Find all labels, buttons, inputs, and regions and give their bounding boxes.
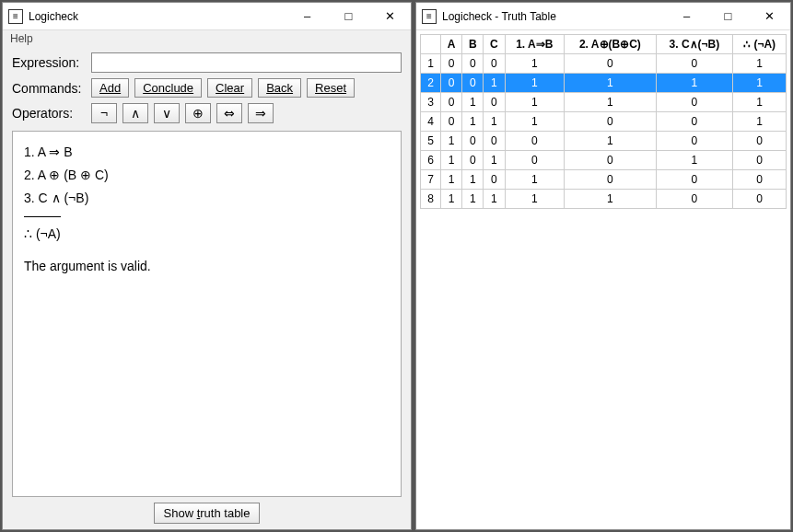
premise-line: 3. C ∧ (¬B) [24,187,390,210]
maximize-button[interactable]: □ [707,3,749,29]
table-row[interactable]: 40111001 [421,112,787,132]
table-cell: 1 [441,190,462,209]
table-cell: 1 [484,74,505,93]
back-button[interactable]: Back [258,78,301,98]
table-header-row: ABC1. A⇒B2. A⊕(B⊕C)3. C∧(¬B)∴ (¬A) [421,35,787,54]
table-cell: 1 [441,170,462,190]
table-row[interactable]: 10001001 [421,54,787,74]
table-header-cell: B [462,35,484,54]
table-cell: 1 [441,151,462,170]
table-cell: 1 [484,151,505,170]
app-icon: ≡ [8,9,23,24]
table-cell: 1 [565,190,657,209]
xor-operator-button[interactable]: ⊕ [185,103,211,123]
premise-line: 2. A ⊕ (B ⊕ C) [24,164,390,187]
row-number-cell: 2 [421,74,441,93]
table-cell: 1 [505,74,565,93]
table-cell: 0 [484,93,505,112]
table-header-cell: C [484,35,505,54]
titlebar: ≡ Logicheck - Truth Table – □ ✕ [416,3,790,30]
expression-input[interactable] [91,52,402,73]
table-row[interactable]: 30101101 [421,93,787,112]
table-cell: 1 [505,54,565,74]
table-cell: 1 [462,112,484,132]
table-cell: 1 [565,74,657,93]
table-cell: 1 [733,112,787,132]
clear-button[interactable]: Clear [207,78,252,98]
operators-label: Operators: [12,106,86,121]
row-number-cell: 3 [421,93,441,112]
minimize-button[interactable]: – [286,3,328,29]
window-title: Logicheck [29,10,286,23]
maximize-button[interactable]: □ [328,3,369,29]
table-cell: 0 [565,170,657,190]
reset-button[interactable]: Reset [307,78,355,98]
table-row[interactable]: 51000100 [421,132,787,151]
table-cell: 0 [484,54,505,74]
table-cell: 1 [462,170,484,190]
table-cell: 1 [505,170,565,190]
table-cell: 0 [656,54,733,74]
table-header-cell: A [441,35,462,54]
table-cell: 0 [733,132,787,151]
table-cell: 0 [733,151,787,170]
table-cell: 1 [462,93,484,112]
table-header-cell: 2. A⊕(B⊕C) [565,35,657,54]
conclusion-line: ∴ (¬A) [24,223,390,246]
row-number-cell: 4 [421,112,441,132]
table-header-cell [421,35,441,54]
row-number-cell: 8 [421,190,441,209]
table-header-cell: 1. A⇒B [505,35,565,54]
conclude-button[interactable]: Conclude [134,78,202,98]
truth-table-container: ABC1. A⇒B2. A⊕(B⊕C)3. C∧(¬B)∴ (¬A) 10001… [416,30,790,529]
table-row[interactable]: 81111100 [421,190,787,209]
row-number-cell: 7 [421,170,441,190]
not-operator-button[interactable]: ¬ [91,103,117,123]
table-cell: 0 [565,112,657,132]
table-cell: 1 [733,54,787,74]
or-operator-button[interactable]: ∨ [154,103,180,123]
table-cell: 0 [656,112,733,132]
premise-line: 1. A ⇒ B [24,141,390,164]
table-cell: 0 [565,151,657,170]
table-cell: 1 [441,132,462,151]
table-cell: 1 [733,74,787,93]
imp-operator-button[interactable]: ⇒ [248,103,274,123]
and-operator-button[interactable]: ∧ [122,103,148,123]
truth-table-window: ≡ Logicheck - Truth Table – □ ✕ ABC1. A⇒… [415,2,791,530]
table-cell: 0 [733,170,787,190]
menu-help[interactable]: Help [10,32,33,45]
table-cell: 0 [505,132,565,151]
table-cell: 0 [656,170,733,190]
table-row[interactable]: 71101000 [421,170,787,190]
table-cell: 1 [733,93,787,112]
iff-operator-button[interactable]: ⇔ [216,103,242,123]
menubar: Help [3,30,411,47]
output-box: 1. A ⇒ B 2. A ⊕ (B ⊕ C) 3. C ∧ (¬B) ∴ (¬… [12,131,402,497]
window-title: Logicheck - Truth Table [442,10,666,23]
show-truth-table-button[interactable]: Show truth table [154,503,261,524]
table-cell: 1 [505,93,565,112]
commands-label: Commands: [12,81,86,96]
table-cell: 1 [656,74,733,93]
table-cell: 0 [462,151,484,170]
table-header-cell: ∴ (¬A) [733,35,787,54]
add-button[interactable]: Add [91,78,129,98]
close-button[interactable]: ✕ [369,3,411,29]
table-row[interactable]: 61010010 [421,151,787,170]
table-cell: 1 [484,112,505,132]
table-cell: 1 [505,112,565,132]
show-btn-prefix: Show [164,506,197,520]
table-row[interactable]: 20011111 [421,74,787,93]
table-cell: 1 [565,93,657,112]
table-cell: 1 [484,190,505,209]
minimize-button[interactable]: – [666,3,707,29]
row-number-cell: 5 [421,132,441,151]
table-cell: 0 [441,112,462,132]
close-button[interactable]: ✕ [749,3,790,29]
table-cell: 0 [656,132,733,151]
table-cell: 0 [462,132,484,151]
table-cell: 1 [565,132,657,151]
table-cell: 0 [484,132,505,151]
table-cell: 0 [565,54,657,74]
